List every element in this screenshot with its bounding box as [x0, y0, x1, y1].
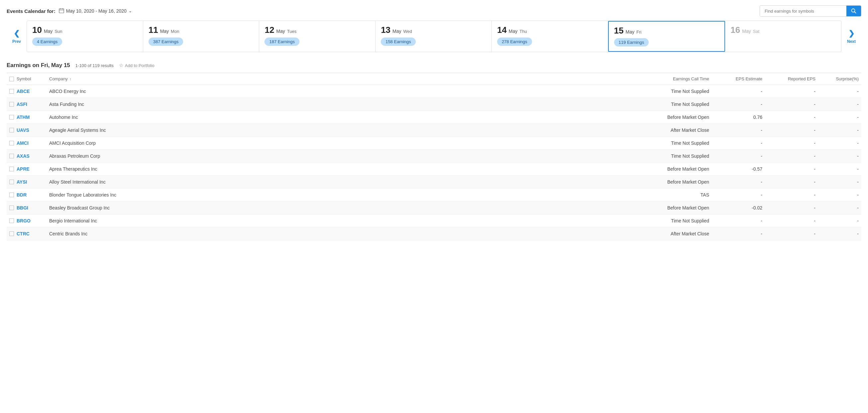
symbol-link-2[interactable]: ATHM: [17, 114, 30, 120]
symbol-cell-4: AMCI: [7, 137, 46, 150]
day-weekday-may13: Wed: [403, 29, 412, 34]
reported-eps-cell-2: -: [765, 111, 818, 124]
symbol-cell-1: ASFI: [7, 98, 46, 111]
row-checkbox-7[interactable]: [9, 180, 14, 184]
table-row: BDR Blonder Tongue Laboratories Inc TAS …: [7, 188, 861, 202]
symbol-cell-5: AXAS: [7, 150, 46, 163]
day-month-may16: May: [742, 29, 751, 34]
row-checkbox-10[interactable]: [9, 218, 14, 223]
symbol-cell-6: APRE: [7, 163, 46, 176]
search-button[interactable]: [846, 6, 861, 16]
reported-eps-cell-4: -: [765, 137, 818, 150]
surprise-cell-5: -: [818, 150, 861, 163]
date-range-text: May 10, 2020 - May 16, 2020: [66, 8, 127, 13]
company-cell-5: Abraxas Petroleum Corp: [46, 150, 645, 163]
call-time-cell-7: Before Market Open: [645, 176, 712, 188]
next-nav-button[interactable]: ❯ Next: [841, 21, 861, 52]
row-checkbox-2[interactable]: [9, 115, 14, 119]
day-cell-may15[interactable]: 15 May Fri 119 Earnings: [608, 21, 725, 52]
call-time-cell-2: Before Market Open: [645, 111, 712, 124]
symbol-link-7[interactable]: AYSI: [17, 179, 27, 184]
symbol-link-9[interactable]: BBGI: [17, 205, 28, 210]
symbol-link-3[interactable]: UAVS: [17, 128, 29, 133]
row-checkbox-8[interactable]: [9, 193, 14, 197]
row-checkbox-9[interactable]: [9, 206, 14, 210]
row-checkbox-5[interactable]: [9, 154, 14, 158]
symbol-cell-7: AYSI: [7, 176, 46, 188]
surprise-cell-4: -: [818, 137, 861, 150]
day-cell-may14[interactable]: 14 May Thu 278 Earnings: [492, 21, 608, 52]
table-row: ATHM Autohome Inc Before Market Open 0.7…: [7, 111, 861, 124]
day-month-may13: May: [393, 29, 401, 34]
sort-asc-icon: ↑: [69, 77, 71, 81]
search-input[interactable]: [760, 6, 846, 16]
company-cell-2: Autohome Inc: [46, 111, 645, 124]
surprise-cell-6: -: [818, 163, 861, 176]
day-cell-may13[interactable]: 13 May Wed 158 Earnings: [375, 21, 492, 52]
row-checkbox-4[interactable]: [9, 141, 14, 145]
row-checkbox-3[interactable]: [9, 128, 14, 133]
reported-eps-cell-11: -: [765, 228, 818, 240]
symbol-link-5[interactable]: AXAS: [17, 153, 30, 159]
symbol-cell-3: UAVS: [7, 124, 46, 137]
row-checkbox-6[interactable]: [9, 167, 14, 171]
table-row: ASFI Asta Funding Inc Time Not Supplied …: [7, 98, 861, 111]
day-month-may11: May: [160, 29, 169, 34]
symbol-link-10[interactable]: BRGO: [17, 218, 31, 223]
earnings-table-container: Symbol Company ↑ Earnings Call Time EPS …: [0, 73, 868, 240]
symbol-cell-11: CTRC: [7, 228, 46, 240]
reported-eps-cell-10: -: [765, 214, 818, 228]
day-cell-may11[interactable]: 11 May Mon 387 Earnings: [143, 21, 259, 52]
select-all-checkbox[interactable]: [9, 77, 14, 81]
day-num-may13: 13: [381, 26, 391, 34]
eps-estimate-cell-1: -: [712, 98, 765, 111]
row-checkbox-11[interactable]: [9, 231, 14, 236]
day-month-may10: May: [44, 29, 53, 34]
table-row: AYSI Alloy Steel International Inc Befor…: [7, 176, 861, 188]
next-arrow-icon: ❯: [848, 29, 855, 38]
reported-eps-cell-8: -: [765, 188, 818, 202]
company-cell-6: Aprea Therapeutics Inc: [46, 163, 645, 176]
day-cell-may12[interactable]: 12 May Tues 187 Earnings: [259, 21, 375, 52]
eps-estimate-cell-9: -0.02: [712, 202, 765, 214]
surprise-cell-7: -: [818, 176, 861, 188]
day-cell-may10[interactable]: 10 May Sun 4 Earnings: [27, 21, 143, 52]
date-range-picker[interactable]: May 10, 2020 - May 16, 2020 ⌄: [59, 8, 132, 14]
eps-estimate-cell-11: -: [712, 228, 765, 240]
symbol-link-4[interactable]: AMCI: [17, 140, 29, 146]
day-month-may15: May: [626, 29, 634, 35]
earnings-badge-may12: 187 Earnings: [265, 37, 300, 46]
earnings-badge-may10: 4 Earnings: [32, 37, 62, 46]
add-to-portfolio-button[interactable]: ☆ Add to Portfolio: [119, 62, 155, 68]
call-time-cell-4: Time Not Supplied: [645, 137, 712, 150]
symbol-cell-10: BRGO: [7, 214, 46, 228]
reported-eps-cell-3: -: [765, 124, 818, 137]
row-checkbox-1[interactable]: [9, 102, 14, 107]
symbol-cell-9: BBGI: [7, 202, 46, 214]
results-title: Earnings on Fri, May 15: [7, 62, 70, 69]
eps-estimate-cell-7: -: [712, 176, 765, 188]
symbol-link-0[interactable]: ABCE: [17, 89, 30, 94]
call-time-cell-8: TAS: [645, 188, 712, 202]
day-num-may14: 14: [497, 26, 507, 34]
symbol-link-8[interactable]: BDR: [17, 192, 27, 198]
row-checkbox-0[interactable]: [9, 89, 14, 94]
company-column-header[interactable]: Company ↑: [46, 73, 645, 85]
results-header: Earnings on Fri, May 15 1-100 of 119 res…: [0, 59, 868, 73]
prev-label: Prev: [12, 39, 21, 44]
symbol-link-1[interactable]: ASFI: [17, 102, 27, 107]
earnings-badge-may13: 158 Earnings: [381, 37, 416, 46]
prev-nav-button[interactable]: ❮ Prev: [7, 21, 27, 52]
day-weekday-may16: Sat: [753, 29, 760, 34]
day-weekday-may10: Sun: [55, 29, 62, 34]
table-header-row: Symbol Company ↑ Earnings Call Time EPS …: [7, 73, 861, 85]
calendar-nav: ❮ Prev 10 May Sun 4 Earnings 11 May Mon …: [0, 21, 868, 52]
company-cell-0: ABCO Energy Inc: [46, 85, 645, 98]
reported-eps-cell-7: -: [765, 176, 818, 188]
star-icon: ☆: [119, 62, 123, 68]
symbol-link-11[interactable]: CTRC: [17, 231, 30, 236]
reported-eps-cell-0: -: [765, 85, 818, 98]
symbol-link-6[interactable]: APRE: [17, 166, 30, 172]
table-row: UAVS Ageagle Aerial Systems Inc After Ma…: [7, 124, 861, 137]
company-cell-9: Beasley Broadcast Group Inc: [46, 202, 645, 214]
